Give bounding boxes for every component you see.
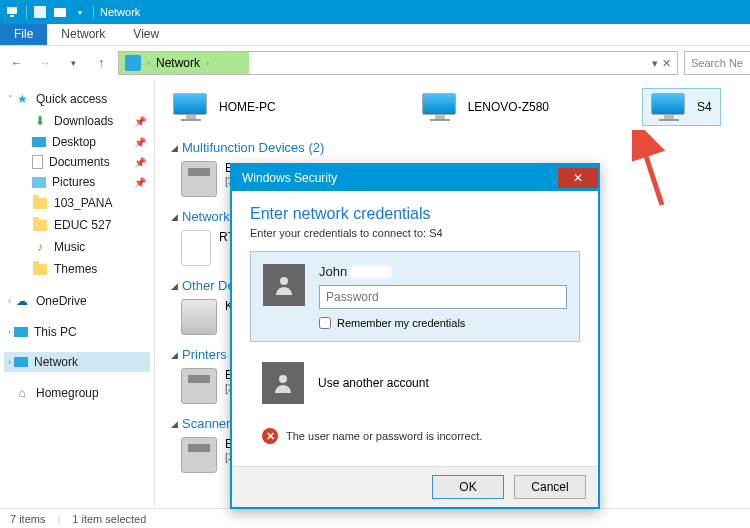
sidebar-quick-access[interactable]: ˅ ★ Quick access — [4, 88, 150, 110]
dropdown-caret-icon[interactable]: ▾ — [73, 5, 87, 19]
dialog-body: Enter network credentials Enter your cre… — [232, 191, 598, 466]
dialog-titlebar[interactable]: Windows Security ✕ — [232, 165, 598, 191]
pin-icon: 📌 — [134, 116, 146, 127]
tab-view[interactable]: View — [119, 24, 173, 45]
sidebar-item-label: Downloads — [54, 114, 113, 128]
computer-item[interactable]: HOME-PC — [165, 88, 284, 126]
folder-icon — [32, 195, 48, 211]
titlebar-divider — [26, 5, 27, 19]
sidebar-item-documents[interactable]: Documents📌 — [4, 152, 150, 172]
window-titlebar: ▾ Network — [0, 0, 750, 24]
password-input[interactable] — [319, 285, 567, 309]
sidebar-item-label: Pictures — [52, 175, 95, 189]
username-display: John — [319, 264, 567, 279]
folder-icon — [32, 261, 48, 277]
sidebar-item-label: 103_PANA — [54, 196, 112, 210]
sidebar-item-label: Network — [34, 355, 78, 369]
error-icon: ✕ — [262, 428, 278, 444]
music-icon: ♪ — [32, 239, 48, 255]
sidebar-this-pc[interactable]: ›This PC — [4, 322, 150, 342]
section-header[interactable]: ◢Multifunction Devices (2) — [165, 136, 740, 157]
up-button[interactable]: ↑ — [90, 52, 112, 74]
star-icon: ★ — [14, 91, 30, 107]
dialog-subheading: Enter your credentials to connect to: S4 — [250, 227, 580, 239]
addressbar-clear-icon[interactable]: ✕ — [662, 57, 671, 70]
error-message: ✕ The user name or password is incorrect… — [250, 424, 580, 454]
back-button[interactable]: ← — [6, 52, 28, 74]
sidebar-item-label: Themes — [54, 262, 97, 276]
window-title: Network — [100, 6, 140, 18]
remember-checkbox[interactable] — [319, 317, 331, 329]
sidebar-item-label: Desktop — [52, 135, 96, 149]
sidebar-item-folder[interactable]: 103_PANA — [4, 192, 150, 214]
sidebar-item-pictures[interactable]: Pictures📌 — [4, 172, 150, 192]
navigation-pane: ˅ ★ Quick access ⬇Downloads📌 Desktop📌 Do… — [0, 80, 155, 508]
section-title: Network I — [182, 209, 237, 224]
credentials-dialog: Windows Security ✕ Enter network credent… — [230, 163, 600, 509]
status-bar: 7 items | 1 item selected — [0, 508, 750, 528]
remember-checkbox-row[interactable]: Remember my credentials — [319, 317, 567, 329]
address-bar[interactable]: › Network › ▾ ✕ — [118, 51, 678, 75]
sidebar-item-folder[interactable]: EDUC 527 — [4, 214, 150, 236]
expand-caret-icon[interactable]: ˅ — [8, 94, 13, 104]
svg-rect-0 — [7, 7, 17, 14]
network-location-icon — [125, 55, 141, 71]
scanner-icon — [181, 437, 217, 473]
search-input[interactable]: Search Ne — [684, 51, 750, 75]
computer-item-selected[interactable]: S4 — [642, 88, 721, 126]
svg-rect-3 — [54, 8, 66, 17]
collapse-icon[interactable]: ◢ — [171, 212, 178, 222]
sidebar-homegroup[interactable]: ⌂Homegroup — [4, 382, 150, 404]
sidebar-onedrive[interactable]: ›☁OneDrive — [4, 290, 150, 312]
collapse-icon[interactable]: ◢ — [171, 350, 178, 360]
forward-button[interactable]: → — [34, 52, 56, 74]
breadcrumb-sep-icon: › — [147, 58, 150, 68]
use-another-account[interactable]: Use another account — [250, 354, 580, 412]
dialog-heading: Enter network credentials — [250, 205, 580, 223]
tab-network[interactable]: Network — [47, 24, 119, 45]
sidebar-item-downloads[interactable]: ⬇Downloads📌 — [4, 110, 150, 132]
cancel-button[interactable]: Cancel — [514, 475, 586, 499]
dialog-close-button[interactable]: ✕ — [558, 168, 598, 188]
dialog-title-text: Windows Security — [242, 171, 337, 185]
sidebar-item-music[interactable]: ♪Music — [4, 236, 150, 258]
pin-icon: 📌 — [134, 137, 146, 148]
collapse-icon[interactable]: ◢ — [171, 419, 178, 429]
svg-rect-2 — [34, 6, 46, 18]
documents-icon — [32, 155, 43, 169]
computer-item[interactable]: LENOVO-Z580 — [414, 88, 557, 126]
nav-toolbar: ← → ▾ ↑ › Network › ▾ ✕ Search Ne — [0, 46, 750, 80]
sidebar-item-label: Quick access — [36, 92, 107, 106]
user-avatar-icon — [262, 362, 304, 404]
expand-caret-icon[interactable]: › — [8, 327, 11, 337]
recent-dropdown-icon[interactable]: ▾ — [62, 52, 84, 74]
printer-icon — [181, 368, 217, 404]
sidebar-item-label: Music — [54, 240, 85, 254]
properties-icon[interactable] — [33, 5, 47, 19]
expand-caret-icon[interactable]: › — [8, 357, 11, 367]
sidebar-network[interactable]: ›Network — [4, 352, 150, 372]
sidebar-item-desktop[interactable]: Desktop📌 — [4, 132, 150, 152]
ok-button[interactable]: OK — [432, 475, 504, 499]
ribbon-tabs: File Network View — [0, 24, 750, 46]
new-folder-icon[interactable] — [53, 5, 67, 19]
collapse-icon[interactable]: ◢ — [171, 143, 178, 153]
pictures-icon — [32, 177, 46, 188]
download-icon: ⬇ — [32, 113, 48, 129]
expand-caret-icon[interactable]: › — [8, 296, 11, 306]
network-icon — [14, 357, 28, 367]
breadcrumb-network[interactable]: Network — [156, 56, 200, 70]
collapse-icon[interactable]: ◢ — [171, 281, 178, 291]
sidebar-item-folder[interactable]: Themes — [4, 258, 150, 280]
svg-point-6 — [280, 277, 288, 285]
svg-rect-1 — [10, 15, 14, 17]
close-icon: ✕ — [573, 171, 583, 185]
device-item[interactable]: R7 — [181, 230, 234, 266]
folder-icon — [32, 217, 48, 233]
file-icon — [181, 230, 211, 266]
printer-icon — [181, 161, 217, 197]
status-selected: 1 item selected — [72, 513, 146, 525]
file-tab[interactable]: File — [0, 24, 47, 45]
addressbar-dropdown-icon[interactable]: ▾ — [652, 57, 658, 70]
section-title: Multifunction Devices (2) — [182, 140, 324, 155]
